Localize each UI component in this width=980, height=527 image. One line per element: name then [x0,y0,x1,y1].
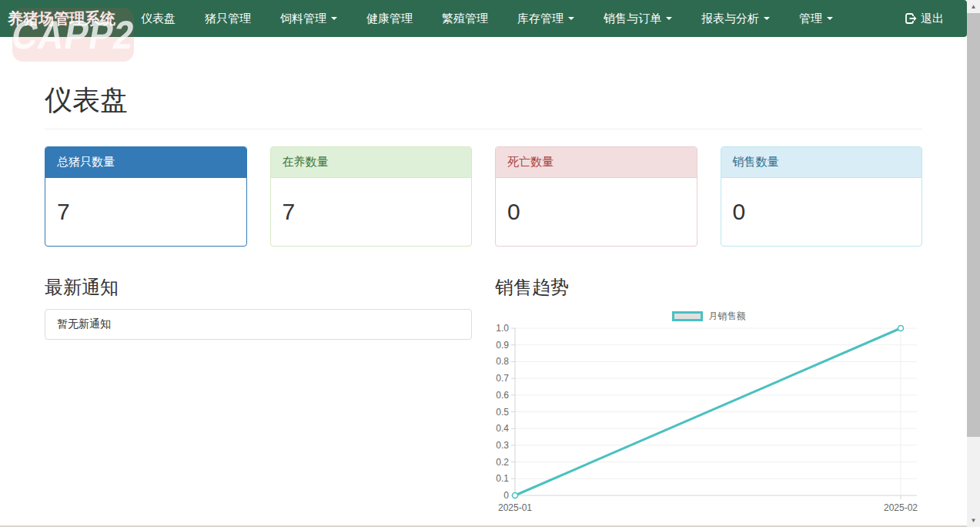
legend-label: 月销售额 [709,310,746,323]
page-title: 仪表盘 [45,82,922,129]
stat-card-title: 销售数量 [721,147,922,178]
nav-item-inventory-management[interactable]: 库存管理 [503,0,589,37]
nav-item-sales-orders[interactable]: 销售与订单 [589,0,687,37]
logout-icon [905,12,917,25]
sales-trend-heading: 销售趋势 [495,275,922,300]
notifications-section: 最新通知 暂无新通知 [45,275,472,517]
stat-card-title: 总猪只数量 [45,147,246,178]
nav-item-dashboard[interactable]: 仪表盘 [126,0,190,37]
svg-text:0.3: 0.3 [496,440,509,451]
nav-item-pig-management[interactable]: 猪只管理 [190,0,266,37]
chart-legend[interactable]: 月销售额 [495,310,922,321]
caret-down-icon [568,17,574,20]
logout-button[interactable]: 退出 [905,12,944,26]
navbar-menu: 仪表盘猪只管理饲料管理健康管理繁殖管理库存管理销售与订单报表与分析管理 [126,0,848,37]
caret-down-icon [666,17,672,20]
caret-down-icon [764,17,770,20]
svg-text:0.7: 0.7 [496,373,509,384]
scrollbar-thumb[interactable] [967,13,980,437]
stat-card-sales: 销售数量 0 [721,146,923,247]
svg-text:0.6: 0.6 [496,390,509,401]
notifications-heading: 最新通知 [45,275,472,300]
stat-card-living-pigs: 在养数量 7 [270,146,473,247]
svg-text:0.8: 0.8 [496,356,509,367]
scroll-down-button[interactable]: ▼ [967,514,980,527]
svg-text:1.0: 1.0 [496,323,509,334]
sales-trend-section: 销售趋势 月销售额 00.10.20.30.40.50.60.70.80.91.… [495,275,922,517]
nav-item-reports-analytics[interactable]: 报表与分析 [687,0,784,37]
logout-label: 退出 [921,12,944,26]
stat-card-value: 0 [721,178,922,246]
caret-down-icon [827,17,833,20]
svg-text:0.9: 0.9 [496,340,509,351]
svg-text:0.4: 0.4 [496,423,509,434]
svg-text:0: 0 [503,490,509,501]
nav-item-breeding-management[interactable]: 繁殖管理 [427,0,503,37]
stat-card-deaths: 死亡数量 0 [495,146,697,247]
stat-card-total-pigs: 总猪只数量 7 [45,146,247,247]
nav-item-feed-management[interactable]: 饲料管理 [266,0,352,37]
svg-text:0.2: 0.2 [496,457,509,468]
stat-card-title: 死亡数量 [496,147,697,178]
svg-text:2025-01: 2025-01 [498,502,532,513]
svg-text:0.5: 0.5 [496,407,509,418]
app-brand[interactable]: 养猪场管理系统 [0,8,126,29]
stat-card-value: 0 [496,178,697,246]
scroll-up-button[interactable]: ▲ [967,0,980,13]
navbar: 养猪场管理系统 仪表盘猪只管理饲料管理健康管理繁殖管理库存管理销售与订单报表与分… [0,0,967,37]
legend-swatch [672,311,703,321]
notifications-list: 暂无新通知 [45,309,472,340]
scrollbar[interactable]: ▲ ▼ [967,0,980,527]
nav-item-health-management[interactable]: 健康管理 [352,0,427,37]
caret-down-icon [331,17,337,20]
page: 养猪场管理系统 仪表盘猪只管理饲料管理健康管理繁殖管理库存管理销售与订单报表与分… [0,0,967,527]
sales-trend-chart: 00.10.20.30.40.50.60.70.80.91.02025-0120… [495,323,918,517]
stats-cards-row: 总猪只数量 7 在养数量 7 死亡数量 0 销售数量 0 [45,146,922,247]
stat-card-title: 在养数量 [271,147,472,178]
svg-text:0.1: 0.1 [496,473,509,484]
stat-card-value: 7 [271,178,472,246]
nav-item-admin[interactable]: 管理 [784,0,848,37]
svg-text:2025-02: 2025-02 [884,502,918,513]
notification-item: 暂无新通知 [45,310,471,339]
stat-card-value: 7 [45,178,246,246]
